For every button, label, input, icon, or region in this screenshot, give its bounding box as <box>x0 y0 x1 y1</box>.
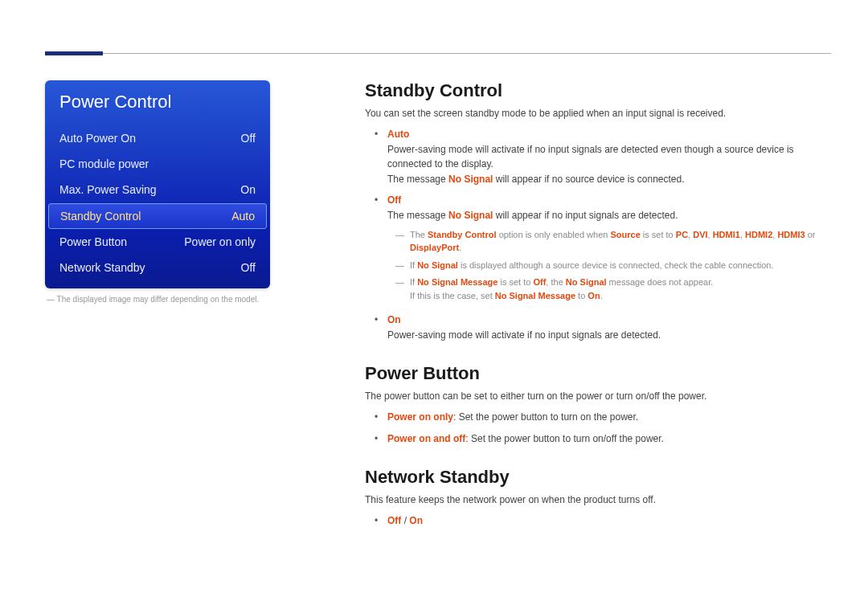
menu-item-label: Auto Power On <box>59 131 136 145</box>
off-note-1: The Standby Control option is only enabl… <box>395 228 831 259</box>
network-standby-options-list: Off / On <box>365 513 831 529</box>
option-off-on: Off / On <box>378 513 831 529</box>
option-auto-title: Auto <box>387 129 409 140</box>
menu-item-label: Standby Control <box>60 209 141 223</box>
menu-item-label: Power Button <box>59 235 127 249</box>
option-on-title: On <box>387 314 401 325</box>
osd-menu-panel: Power Control Auto Power On Off PC modul… <box>45 80 270 288</box>
heading-standby-control: Standby Control <box>365 80 831 101</box>
option-power-on-and-off: Power on and off: Set the power button t… <box>378 431 831 447</box>
menu-item-pc-module-power[interactable]: PC module power <box>45 151 270 177</box>
menu-item-network-standby[interactable]: Network Standby Off <box>45 255 270 280</box>
intro-power-button: The power button can be set to either tu… <box>365 390 831 402</box>
menu-item-label: PC module power <box>59 157 149 171</box>
standby-options-list: Auto Power-saving mode will activate if … <box>365 127 831 342</box>
menu-item-label: Network Standby <box>59 260 145 275</box>
menu-item-value: Off <box>241 131 256 145</box>
top-rule-accent <box>45 51 103 55</box>
intro-standby-control: You can set the screen standby mode to b… <box>365 108 831 119</box>
left-column: Power Control Auto Power On Off PC modul… <box>45 80 270 304</box>
menu-item-value: Auto <box>231 209 255 223</box>
option-off-title: Off <box>387 194 401 206</box>
panel-disclaimer: ― The displayed image may differ dependi… <box>45 295 270 304</box>
option-power-on-only: Power on only: Set the power button to t… <box>378 410 831 425</box>
off-note-3: If No Signal Message is set to Off, the … <box>395 276 831 306</box>
menu-item-power-button[interactable]: Power Button Power on only <box>45 229 270 255</box>
power-button-options-list: Power on only: Set the power button to t… <box>365 410 831 446</box>
intro-network-standby: This feature keeps the network power on … <box>365 494 831 505</box>
heading-power-button: Power Button <box>365 363 831 384</box>
off-note-2: If No Signal is displayed although a sou… <box>395 259 831 276</box>
menu-item-value: Off <box>241 260 256 275</box>
osd-menu-title: Power Control <box>45 80 270 121</box>
menu-item-standby-control-selected[interactable]: Standby Control Auto <box>48 203 267 229</box>
option-auto: Auto Power-saving mode will activate if … <box>378 127 831 186</box>
menu-item-value: Power on only <box>184 235 256 249</box>
menu-item-value: On <box>240 182 256 197</box>
menu-item-max-power-saving[interactable]: Max. Power Saving On <box>45 177 270 202</box>
menu-item-auto-power-on[interactable]: Auto Power On Off <box>45 125 270 151</box>
heading-network-standby: Network Standby <box>365 467 831 488</box>
top-rule <box>45 53 831 54</box>
option-on: On Power-saving mode will activate if no… <box>378 313 831 342</box>
right-column: Standby Control You can set the screen s… <box>365 80 831 543</box>
option-off: Off The message No Signal will appear if… <box>378 193 831 306</box>
menu-item-label: Max. Power Saving <box>59 182 157 197</box>
